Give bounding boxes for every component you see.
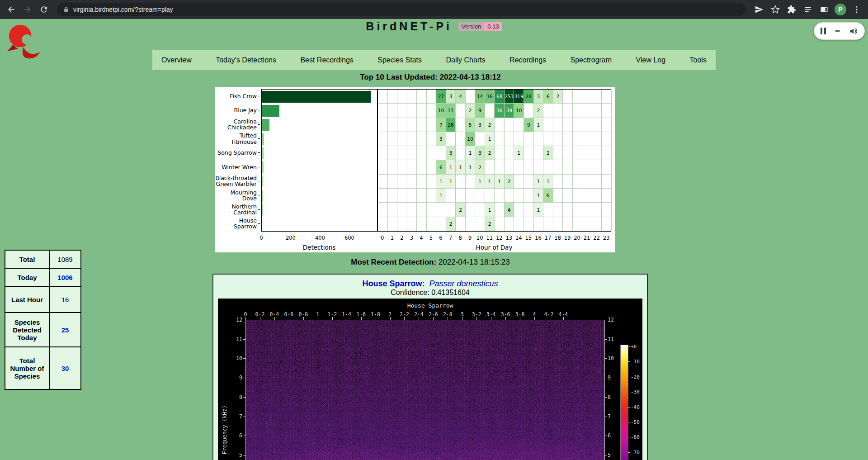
heatmap-cell: [446, 132, 456, 146]
colorbar: [620, 345, 628, 460]
spectrogram-plot: [245, 320, 605, 460]
hour-tick-label: 5: [429, 235, 433, 241]
heatmap-cell: [514, 175, 524, 189]
heatmap-cell: [495, 189, 505, 203]
hour-tick-label: 11: [486, 235, 493, 241]
nav-item-tools[interactable]: Tools: [690, 56, 707, 64]
heatmap-cell: [466, 203, 476, 217]
heatmap-cell: [397, 104, 407, 118]
menu-dots-icon[interactable]: [849, 2, 864, 17]
heatmap-cell: [446, 203, 456, 217]
detections-bar: [262, 147, 264, 159]
heatmap-cell: [378, 189, 388, 203]
nav-item-overview[interactable]: Overview: [161, 56, 192, 64]
heatmap-cell: [388, 189, 398, 203]
heatmap-cell: [378, 146, 388, 160]
heatmap-cell: [456, 217, 466, 231]
tick-mark: [347, 317, 347, 320]
heatmap-cell: [582, 118, 592, 132]
heatmap-cell: [475, 132, 485, 146]
tick-mark: [491, 317, 491, 320]
heatmap-cell: [505, 189, 514, 203]
volume-button[interactable]: [849, 27, 858, 36]
heatmap-cell: [543, 203, 553, 217]
heatmap-cell: [534, 132, 544, 146]
heatmap-cell: [417, 203, 427, 217]
top10-chart: Fish CrowBlue JayCarolina ChickadeeTufte…: [215, 87, 615, 252]
heatmap-cell: [378, 175, 388, 189]
heatmap-cell: [573, 160, 583, 174]
heatmap-cell: [397, 160, 407, 174]
pause-button[interactable]: [821, 28, 826, 34]
heatmap-cell: [427, 146, 437, 160]
heatmap-cell: [397, 189, 407, 203]
nav-item-species-stats[interactable]: Species Stats: [377, 56, 422, 64]
heatmap-cell: 9: [475, 104, 485, 118]
heatmap-cell: [563, 118, 573, 132]
heatmap-cell: [456, 132, 466, 146]
back-icon[interactable]: [4, 2, 19, 17]
spect-y-tick: 10: [229, 355, 242, 361]
lock-icon: [63, 7, 69, 13]
heatmap-cell: [397, 175, 407, 189]
heatmap-cell: 2: [466, 104, 476, 118]
version-value: 0.13: [484, 22, 502, 31]
spectrogram-noise: [246, 320, 604, 460]
heatmap-cell: [466, 189, 476, 203]
heatmap-cell: 1: [446, 160, 456, 174]
nav-item-spectrogram[interactable]: Spectrogram: [571, 56, 612, 64]
heatmap-cell: [466, 175, 476, 189]
detections-bar: [262, 91, 371, 103]
spect-x-tick: 1·6: [356, 311, 366, 318]
extensions-icon[interactable]: [784, 2, 799, 17]
heatmap-cell: 6: [543, 90, 553, 104]
heatmap-cell: 5: [466, 118, 476, 132]
heatmap-cell: 3: [446, 90, 456, 104]
spect-y-tick: 12: [608, 317, 621, 323]
nav-item-best-recordings[interactable]: Best Recordings: [300, 56, 353, 64]
heatmap-cell: [397, 118, 407, 132]
tab-list-icon[interactable]: [800, 2, 816, 17]
stat-value[interactable]: 1006: [49, 268, 81, 286]
stat-value[interactable]: 30: [49, 347, 81, 389]
bookmark-star-icon[interactable]: [768, 2, 783, 17]
heatmap-cell: [388, 132, 398, 146]
heatmap-row: 3101: [378, 132, 611, 146]
heatmap-cell: 6: [543, 189, 553, 203]
profile-avatar[interactable]: P: [835, 4, 846, 15]
heatmap-cell: [534, 160, 544, 174]
heatmap-cell: [524, 189, 534, 203]
heatmap-cell: [397, 203, 407, 217]
heatmap-cell: [475, 189, 485, 203]
heatmap-cell: [417, 104, 427, 118]
heatmap-cell: [573, 217, 583, 231]
spect-y-tick: 12: [229, 317, 242, 323]
reload-icon[interactable]: [36, 2, 52, 17]
side-panel-icon[interactable]: [816, 2, 832, 17]
nav-item-view-log[interactable]: View Log: [636, 56, 666, 64]
heatmap-cell: [388, 217, 398, 231]
heatmap-cell: [417, 146, 427, 160]
stat-value[interactable]: 25: [49, 313, 81, 347]
heatmap-cell: [505, 132, 514, 146]
hour-tick-label: 7: [449, 235, 452, 241]
heatmap-cell: [543, 217, 553, 231]
heatmap-cell: [495, 146, 505, 160]
nav-item-recordings[interactable]: Recordings: [509, 56, 546, 64]
detection-species-link[interactable]: House Sparrow:: [362, 279, 425, 288]
forward-icon[interactable]: [20, 2, 35, 17]
nav-item-daily-charts[interactable]: Daily Charts: [446, 56, 486, 64]
send-icon[interactable]: [751, 2, 767, 17]
heatmap-cell: 9: [524, 118, 534, 132]
heatmap-cell: [602, 132, 612, 146]
page-title: BirdNET-Pi: [366, 20, 452, 33]
spect-x-tick: 0·6: [284, 311, 293, 318]
heatmap-cell: 3: [475, 118, 485, 132]
hour-tick-label: 6: [439, 235, 442, 241]
nav-item-today-s-detections[interactable]: Today's Detections: [216, 56, 276, 64]
heatmap-cell: [505, 118, 514, 132]
tick-mark: [605, 436, 607, 436]
heatmap-cell: [495, 217, 505, 231]
heatmap-cell: [582, 175, 592, 189]
address-bar[interactable]: virginia.birdnetpi.com/?stream=play: [57, 3, 746, 16]
